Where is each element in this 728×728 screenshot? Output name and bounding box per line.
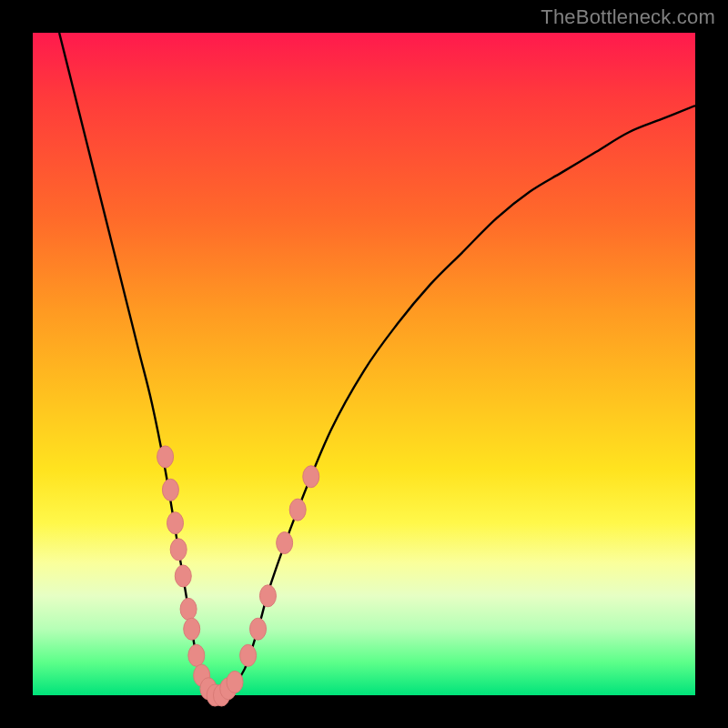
bottleneck-curve xyxy=(59,33,695,696)
curve-markers xyxy=(157,446,319,706)
curve-marker xyxy=(277,532,293,554)
curve-marker xyxy=(188,644,205,666)
curve-marker xyxy=(184,618,200,640)
chart-frame: TheBottleneck.com xyxy=(0,0,728,728)
curve-marker xyxy=(167,512,184,534)
curve-marker xyxy=(303,466,319,488)
curve-marker xyxy=(170,539,187,561)
curve-svg xyxy=(33,33,695,695)
plot-area xyxy=(33,33,695,695)
curve-marker xyxy=(259,585,276,607)
curve-marker xyxy=(227,671,243,693)
watermark-text: TheBottleneck.com xyxy=(541,5,715,29)
curve-marker xyxy=(162,479,178,500)
curve-marker xyxy=(175,565,191,587)
curve-marker xyxy=(250,618,267,640)
curve-marker xyxy=(289,499,306,521)
curve-marker xyxy=(240,644,257,666)
curve-marker xyxy=(157,446,174,468)
curve-marker xyxy=(180,598,197,620)
